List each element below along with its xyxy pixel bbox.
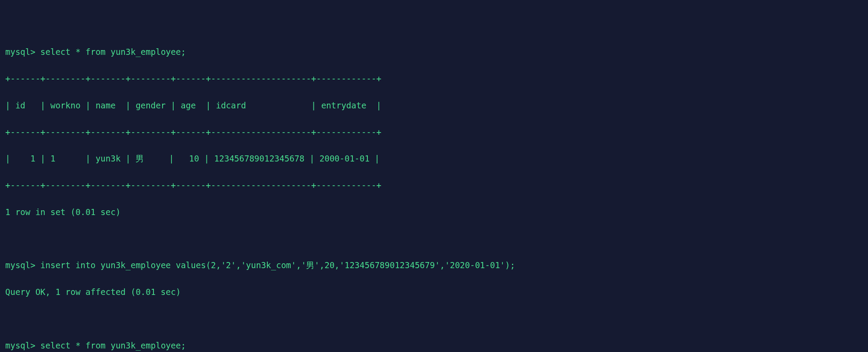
- table1-header: | id | workno | name | gender | age | id…: [5, 99, 863, 112]
- mysql-prompt: mysql>: [5, 47, 36, 57]
- table1-sep-bot: +------+--------+-------+--------+------…: [5, 179, 863, 192]
- prompt-line-2[interactable]: mysql> insert into yun3k_employee values…: [5, 259, 863, 272]
- table1-footer: 1 row in set (0.01 sec): [5, 205, 863, 219]
- table1-row-0: | 1 | 1 | yun3k | 男 | 10 | 1234567890123…: [5, 152, 863, 165]
- prompt-line-3[interactable]: mysql> select * from yun3k_employee;: [5, 339, 863, 352]
- insert-result: Query OK, 1 row affected (0.01 sec): [5, 285, 863, 298]
- sql-query-select-2: select * from yun3k_employee;: [40, 341, 186, 350]
- prompt-line-1[interactable]: mysql> select * from yun3k_employee;: [5, 45, 863, 58]
- blank-2: [5, 312, 863, 325]
- table1-sep-top: +------+--------+-------+--------+------…: [5, 72, 863, 85]
- table1-sep-mid: +------+--------+-------+--------+------…: [5, 126, 863, 139]
- mysql-prompt: mysql>: [5, 341, 36, 350]
- sql-query-select-1: select * from yun3k_employee;: [40, 47, 186, 57]
- sql-query-insert: insert into yun3k_employee values(2,'2',…: [40, 260, 515, 270]
- mysql-prompt: mysql>: [5, 260, 36, 270]
- blank-1: [5, 232, 863, 245]
